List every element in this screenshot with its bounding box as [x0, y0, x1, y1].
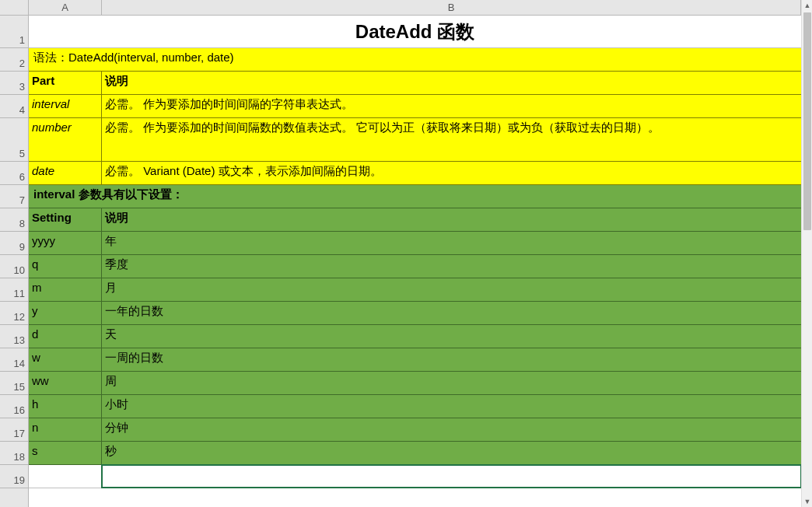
row-19: [29, 465, 801, 488]
row-header-8[interactable]: 8: [0, 208, 28, 232]
scroll-thumb[interactable]: [803, 12, 811, 230]
cell-title[interactable]: DateAdd 函数: [29, 16, 801, 47]
row-header-10[interactable]: 10: [0, 255, 28, 278]
cell-grid: DateAdd 函数 语法：DateAdd(interval, number, …: [29, 16, 801, 507]
row-header-6[interactable]: 6: [0, 162, 28, 185]
cell-date-a[interactable]: date: [29, 162, 102, 184]
row-14: w 一周的日数: [29, 348, 801, 372]
row-5: number 必需。 作为要添加的时间间隔数的数值表达式。 它可以为正（获取将来…: [29, 118, 801, 162]
cell-A19[interactable]: [29, 465, 102, 488]
row-header-17[interactable]: 17: [0, 418, 28, 442]
row-header-7[interactable]: 7: [0, 185, 28, 208]
cell-setting-label[interactable]: Setting: [29, 208, 102, 231]
cell-m-a[interactable]: m: [29, 278, 102, 301]
cell-ww-a[interactable]: ww: [29, 372, 102, 394]
row-3: Part 说明: [29, 72, 801, 95]
cell-interval-heading[interactable]: interval 参数具有以下设置：: [29, 185, 801, 208]
cell-w-b[interactable]: 一周的日数: [102, 348, 801, 371]
row-header-11[interactable]: 11: [0, 278, 28, 302]
row-header-16[interactable]: 16: [0, 395, 28, 418]
row-header-14[interactable]: 14: [0, 348, 28, 372]
vertical-scrollbar[interactable]: ▲ ▼: [801, 0, 812, 507]
cell-h-b[interactable]: 小时: [102, 395, 801, 418]
row-1: DateAdd 函数: [29, 16, 801, 48]
row-4: interval 必需。 作为要添加的时间间隔的字符串表达式。: [29, 95, 801, 118]
cell-date-b[interactable]: 必需。 Variant (Date) 或文本，表示添加间隔的日期。: [102, 162, 801, 184]
cell-w-a[interactable]: w: [29, 348, 102, 371]
select-all-corner[interactable]: [0, 0, 29, 16]
col-header-A[interactable]: A: [29, 0, 102, 15]
row-9: yyyy 年: [29, 232, 801, 255]
cell-number-a[interactable]: number: [29, 118, 102, 161]
row-10: q 季度: [29, 255, 801, 278]
cell-interval-b[interactable]: 必需。 作为要添加的时间间隔的字符串表达式。: [102, 95, 801, 117]
cell-yyyy-a[interactable]: yyyy: [29, 232, 102, 254]
row-header-12[interactable]: 12: [0, 302, 28, 325]
row-header-2[interactable]: 2: [0, 48, 28, 72]
row-header-3[interactable]: 3: [0, 72, 28, 95]
cell-ww-b[interactable]: 周: [102, 372, 801, 394]
row-11: m 月: [29, 278, 801, 302]
spreadsheet: A B 1 2 3 4 5 6 7 8 9 10 11 12 13 14 15 …: [0, 0, 812, 507]
cell-n-a[interactable]: n: [29, 418, 102, 441]
cell-B19-active[interactable]: [102, 465, 801, 488]
row-header-13[interactable]: 13: [0, 325, 28, 348]
cell-s-a[interactable]: s: [29, 442, 102, 464]
cell-yyyy-b[interactable]: 年: [102, 232, 801, 254]
cell-m-b[interactable]: 月: [102, 278, 801, 301]
row-12: y 一年的日数: [29, 302, 801, 325]
cell-setting-desc-label[interactable]: 说明: [102, 208, 801, 231]
cell-interval-a[interactable]: interval: [29, 95, 102, 117]
cell-part-label[interactable]: Part: [29, 72, 102, 94]
cell-number-b[interactable]: 必需。 作为要添加的时间间隔数的数值表达式。 它可以为正（获取将来日期）或为负（…: [102, 118, 801, 161]
cell-y-a[interactable]: y: [29, 302, 102, 324]
row-header-1[interactable]: 1: [0, 16, 28, 48]
row-header-5[interactable]: 5: [0, 118, 28, 162]
row-header-19[interactable]: 19: [0, 465, 28, 488]
row-15: ww 周: [29, 372, 801, 395]
row-18: s 秒: [29, 442, 801, 465]
cell-h-a[interactable]: h: [29, 395, 102, 418]
cell-q-b[interactable]: 季度: [102, 255, 801, 278]
cell-syntax[interactable]: 语法：DateAdd(interval, number, date): [29, 48, 801, 71]
row-7: interval 参数具有以下设置：: [29, 185, 801, 208]
row-13: d 天: [29, 325, 801, 348]
cell-d-b[interactable]: 天: [102, 325, 801, 348]
row-8: Setting 说明: [29, 208, 801, 232]
scroll-up-icon[interactable]: ▲: [802, 0, 812, 11]
col-header-B[interactable]: B: [102, 0, 801, 15]
cell-s-b[interactable]: 秒: [102, 442, 801, 464]
row-header-4[interactable]: 4: [0, 95, 28, 118]
cell-y-b[interactable]: 一年的日数: [102, 302, 801, 324]
row-header-9[interactable]: 9: [0, 232, 28, 255]
scroll-down-icon[interactable]: ▼: [802, 496, 812, 507]
row-16: h 小时: [29, 395, 801, 418]
column-headers: A B: [29, 0, 801, 16]
row-6: date 必需。 Variant (Date) 或文本，表示添加间隔的日期。: [29, 162, 801, 185]
cell-desc-label[interactable]: 说明: [102, 72, 801, 94]
row-2: 语法：DateAdd(interval, number, date): [29, 48, 801, 72]
row-headers: 1 2 3 4 5 6 7 8 9 10 11 12 13 14 15 16 1…: [0, 16, 29, 507]
row-header-15[interactable]: 15: [0, 372, 28, 395]
cell-d-a[interactable]: d: [29, 325, 102, 348]
cell-n-b[interactable]: 分钟: [102, 418, 801, 441]
cell-q-a[interactable]: q: [29, 255, 102, 278]
row-header-18[interactable]: 18: [0, 442, 28, 465]
row-17: n 分钟: [29, 418, 801, 442]
